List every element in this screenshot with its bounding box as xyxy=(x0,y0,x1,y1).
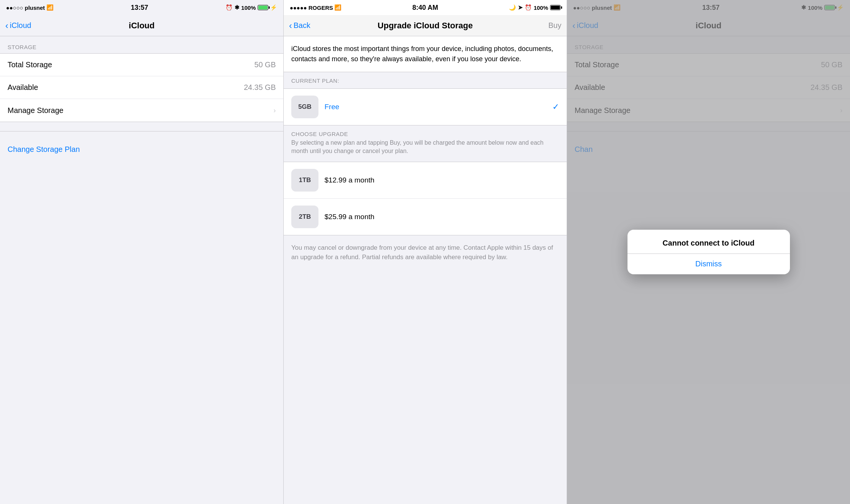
alert-overlay: Cannot connect to iCloud Dismiss xyxy=(567,0,850,504)
nav-bar-2: ‹ Back Upgrade iCloud Storage Buy xyxy=(284,15,567,36)
nav-bar-1: ‹ iCloud iCloud xyxy=(0,15,283,36)
2tb-badge: 2TB xyxy=(291,206,318,228)
dismiss-button[interactable]: Dismiss xyxy=(627,254,790,274)
free-plan-row[interactable]: 5GB Free ✓ xyxy=(284,89,567,125)
nav-title-1: iCloud xyxy=(129,21,155,31)
back-label-1: iCloud xyxy=(10,21,31,30)
free-plan-badge: 5GB xyxy=(291,96,318,118)
free-plan-size: 5GB xyxy=(298,103,312,111)
chevron-icon-1: › xyxy=(274,107,276,114)
status-right-1: ⏰ ✱ 100% ⚡ xyxy=(226,4,277,11)
back-button-1[interactable]: ‹ iCloud xyxy=(5,21,31,30)
total-storage-value: 50 GB xyxy=(254,60,276,69)
battery-icon-1 xyxy=(258,5,268,10)
2tb-details: $25.99 a month xyxy=(325,213,559,221)
choose-upgrade-desc: By selecting a new plan and tapping Buy,… xyxy=(291,139,559,159)
free-plan-name: Free xyxy=(325,103,546,111)
status-left-1: ●●○○○ plusnet 📶 xyxy=(6,4,54,11)
panel2: ●●●●● ROGERS 📶 8:40 AM 🌙 ➤ ⏰ 100% ‹ Back… xyxy=(283,0,567,504)
1tb-price: $12.99 a month xyxy=(325,176,559,184)
manage-storage-label: Manage Storage xyxy=(8,106,63,115)
status-right-2: 🌙 ➤ ⏰ 100% xyxy=(509,4,561,11)
manage-storage-right: › xyxy=(274,107,276,114)
choose-upgrade-header: CHOOSE UPGRADE By selecting a new plan a… xyxy=(284,125,567,162)
upgrade-plans-group: 1TB $12.99 a month 2TB $25.99 a month xyxy=(284,162,567,235)
battery-pct-2: 100% xyxy=(534,5,548,11)
current-plan-label: CURRENT PLAN: xyxy=(291,77,559,84)
available-label: Available xyxy=(8,83,38,92)
total-storage-label: Total Storage xyxy=(8,60,52,69)
status-bar-1: ●●○○○ plusnet 📶 13:57 ⏰ ✱ 100% ⚡ xyxy=(0,0,283,15)
alarm-icon-2: ⏰ xyxy=(525,4,532,11)
battery-icon-2 xyxy=(550,5,561,10)
gps-icon-2: ➤ xyxy=(518,4,523,11)
status-bar-2: ●●●●● ROGERS 📶 8:40 AM 🌙 ➤ ⏰ 100% xyxy=(284,0,567,15)
manage-storage-row[interactable]: Manage Storage › xyxy=(0,99,283,122)
charging-icon-1: ⚡ xyxy=(270,4,277,11)
intro-text-2: iCloud stores the most important things … xyxy=(284,36,567,72)
current-plan-header: CURRENT PLAN: xyxy=(284,72,567,88)
alarm-icon-1: ⏰ xyxy=(226,4,233,11)
total-storage-row: Total Storage 50 GB xyxy=(0,54,283,76)
footer-text-2: You may cancel or downgrade from your de… xyxy=(284,235,567,270)
battery-pct-1: 100% xyxy=(241,5,256,11)
1tb-badge: 1TB xyxy=(291,169,318,192)
1tb-size: 1TB xyxy=(299,176,311,184)
current-plan-group: 5GB Free ✓ xyxy=(284,88,567,125)
alert-box: Cannot connect to iCloud Dismiss xyxy=(627,230,790,275)
back-label-2: Back xyxy=(294,21,310,30)
wifi-icon-2: 📶 xyxy=(334,4,342,11)
time-1: 13:57 xyxy=(131,4,148,12)
free-plan-details: Free xyxy=(325,103,546,111)
nav-title-2: Upgrade iCloud Storage xyxy=(378,21,473,31)
buy-button-2[interactable]: Buy xyxy=(549,21,561,30)
panel1: ●●○○○ plusnet 📶 13:57 ⏰ ✱ 100% ⚡ ‹ iClou… xyxy=(0,0,283,504)
carrier-text-2: ●●●●● ROGERS xyxy=(290,5,333,11)
spacer-1 xyxy=(0,122,283,131)
change-storage-link[interactable]: Change Storage Plan xyxy=(8,145,80,153)
choose-upgrade-label: CHOOSE UPGRADE xyxy=(291,131,559,137)
wifi-icon-1: 📶 xyxy=(46,4,54,11)
alert-title: Cannot connect to iCloud xyxy=(627,230,790,254)
checkmark-icon: ✓ xyxy=(552,102,559,112)
panel3: ●●○○○ plusnet 📶 13:57 ✱ 100% ⚡ ‹ iCloud … xyxy=(567,0,850,504)
bluetooth-icon-1: ✱ xyxy=(235,4,240,11)
2tb-size: 2TB xyxy=(299,213,311,221)
moon-icon-2: 🌙 xyxy=(509,4,516,11)
2tb-plan-row[interactable]: 2TB $25.99 a month xyxy=(284,199,567,235)
back-button-2[interactable]: ‹ Back xyxy=(289,21,310,30)
2tb-price: $25.99 a month xyxy=(325,213,559,221)
storage-list-1: Total Storage 50 GB Available 24.35 GB M… xyxy=(0,53,283,122)
available-value: 24.35 GB xyxy=(244,83,276,92)
back-arrow-icon-2: ‹ xyxy=(289,21,292,30)
time-2: 8:40 AM xyxy=(412,4,438,12)
1tb-details: $12.99 a month xyxy=(325,176,559,184)
status-left-2: ●●●●● ROGERS 📶 xyxy=(290,4,342,11)
carrier-text-1: ●●○○○ plusnet xyxy=(6,5,45,11)
change-storage-row[interactable]: Change Storage Plan xyxy=(0,138,283,161)
1tb-plan-row[interactable]: 1TB $12.99 a month xyxy=(284,162,567,199)
available-row: Available 24.35 GB xyxy=(0,76,283,99)
storage-header-1: STORAGE xyxy=(0,36,283,53)
back-arrow-icon-1: ‹ xyxy=(5,21,8,30)
